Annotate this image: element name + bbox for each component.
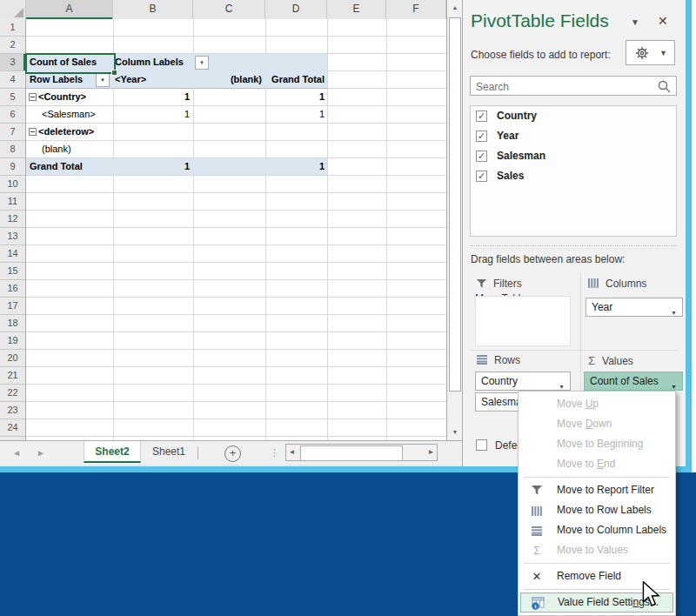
column-header-D[interactable]: D bbox=[265, 0, 327, 19]
column-header-F[interactable]: F bbox=[386, 0, 446, 19]
tab-sheet1[interactable]: Sheet1 bbox=[142, 441, 196, 463]
row-header-4[interactable]: 4 bbox=[0, 71, 25, 89]
cell-A7[interactable]: <deleterow> bbox=[38, 124, 94, 140]
row-header-1[interactable]: 1 bbox=[0, 19, 25, 37]
cell-B9[interactable]: 1 bbox=[113, 158, 190, 175]
row-header-3[interactable]: 3 bbox=[0, 54, 25, 71]
cell-D6[interactable]: 1 bbox=[265, 106, 325, 123]
cell-B3[interactable]: Column Labels bbox=[115, 54, 184, 70]
columns-field-year[interactable]: Year ▼ bbox=[586, 298, 683, 317]
vbars-icon bbox=[528, 500, 545, 520]
row-header-9[interactable]: 9 bbox=[0, 158, 25, 176]
pane-close-icon[interactable]: ✕ bbox=[658, 14, 668, 28]
field-item-label: Salesman bbox=[497, 150, 545, 162]
defer-checkbox[interactable] bbox=[476, 439, 487, 451]
columns-icon bbox=[588, 278, 599, 288]
filters-drop-zone[interactable] bbox=[475, 296, 571, 346]
row-header-17[interactable]: 17 bbox=[0, 298, 25, 315]
scroll-left-icon[interactable]: ◄ bbox=[286, 445, 298, 460]
rows-field-country[interactable]: Country ▼ bbox=[475, 372, 571, 391]
cell-A8[interactable]: (blank) bbox=[42, 141, 71, 157]
field-item-country[interactable]: ✓Country bbox=[476, 109, 676, 126]
tab-divider bbox=[197, 446, 198, 459]
scroll-down-icon[interactable]: ▼ bbox=[448, 425, 462, 440]
field-item-salesman[interactable]: ✓Salesman bbox=[476, 149, 676, 166]
column-header-A[interactable]: A bbox=[26, 0, 113, 19]
cell-A9[interactable]: Grand Total bbox=[30, 158, 83, 175]
cell-A5[interactable]: <Country> bbox=[38, 89, 86, 105]
row-header-24[interactable]: 24 bbox=[0, 419, 25, 437]
row-header-5[interactable]: 5 bbox=[0, 89, 25, 106]
column-header-E[interactable]: E bbox=[327, 0, 386, 19]
menu-item-label: Move to Beginning bbox=[557, 434, 643, 454]
column-labels-filter-button[interactable]: ▼ bbox=[195, 56, 209, 70]
field-item-year[interactable]: ✓Year bbox=[476, 129, 676, 146]
cell-A6[interactable]: <Salesman> bbox=[42, 106, 96, 123]
search-box[interactable] bbox=[470, 76, 677, 96]
row-header-14[interactable]: 14 bbox=[0, 245, 25, 263]
tab-scroll-left-icon[interactable]: ◄ bbox=[12, 441, 21, 465]
rows-icon bbox=[477, 355, 487, 365]
row-header-2[interactable]: 2 bbox=[0, 37, 25, 54]
pivot-row-8: (blank) bbox=[26, 141, 327, 158]
checkbox-checked-icon[interactable]: ✓ bbox=[476, 151, 487, 162]
spreadsheet: ABCDEF 123456789101112131415161718192021… bbox=[0, 0, 462, 466]
vertical-scrollbar[interactable]: ▲ ▼ bbox=[446, 0, 462, 440]
cell-D9[interactable]: 1 bbox=[265, 158, 325, 175]
tab-sheet2[interactable]: Sheet2 bbox=[84, 441, 141, 463]
row-header-18[interactable]: 18 bbox=[0, 315, 25, 332]
window-border-right bbox=[686, 0, 692, 472]
horizontal-scrollbar[interactable]: ◄ ► bbox=[285, 444, 438, 461]
new-sheet-button[interactable]: + bbox=[224, 445, 241, 462]
column-header-C[interactable]: C bbox=[193, 0, 265, 19]
row-header-7[interactable]: 7 bbox=[0, 124, 25, 141]
collapse-icon[interactable] bbox=[29, 93, 37, 101]
row-header-11[interactable]: 11 bbox=[0, 193, 25, 211]
menu-item-move-to-row-labels[interactable]: Move to Row Labels bbox=[520, 500, 673, 520]
field-item-sales[interactable]: ✓Sales bbox=[476, 169, 676, 186]
tools-button[interactable]: ▼ bbox=[626, 40, 675, 65]
row-header-13[interactable]: 13 bbox=[0, 228, 25, 245]
search-input[interactable] bbox=[474, 77, 652, 96]
tab-resize-handle[interactable]: ⋮ bbox=[270, 441, 279, 465]
gridline bbox=[327, 19, 328, 440]
checkbox-checked-icon[interactable]: ✓ bbox=[476, 171, 487, 182]
menu-item-move-to-column-labels[interactable]: Move to Column Labels bbox=[520, 520, 673, 540]
row-header-23[interactable]: 23 bbox=[0, 402, 25, 419]
row-header-16[interactable]: 16 bbox=[0, 280, 25, 298]
row-header-15[interactable]: 15 bbox=[0, 263, 25, 280]
vertical-scrollbar-thumb[interactable] bbox=[449, 17, 461, 392]
tab-scroll-right-icon[interactable]: ► bbox=[37, 441, 45, 465]
row-header-22[interactable]: 22 bbox=[0, 385, 25, 402]
select-all-corner[interactable] bbox=[0, 0, 26, 19]
cell-D4[interactable]: Grand Total bbox=[265, 71, 325, 88]
row-header-19[interactable]: 19 bbox=[0, 332, 25, 350]
scroll-up-icon[interactable]: ▲ bbox=[448, 0, 462, 16]
row-header-12[interactable]: 12 bbox=[0, 211, 25, 228]
row-header-8[interactable]: 8 bbox=[0, 141, 25, 158]
menu-item-label: Move Down bbox=[557, 414, 612, 434]
cell-B6[interactable]: 1 bbox=[113, 106, 190, 123]
checkbox-checked-icon[interactable]: ✓ bbox=[476, 131, 487, 142]
row-labels-filter-button[interactable]: ▼ bbox=[96, 73, 110, 87]
field-item-label: Sales bbox=[497, 170, 524, 182]
scroll-right-icon[interactable]: ► bbox=[425, 445, 437, 460]
cell-C4[interactable]: (blank) bbox=[193, 71, 262, 88]
cell-B4[interactable]: <Year> bbox=[115, 71, 146, 88]
cell-B5[interactable]: 1 bbox=[113, 89, 190, 105]
row-header-6[interactable]: 6 bbox=[0, 106, 25, 124]
column-header-B[interactable]: B bbox=[113, 0, 193, 19]
values-field-count-of-sales[interactable]: Count of Sales ▼ bbox=[584, 372, 683, 391]
row-header-10[interactable]: 10 bbox=[0, 176, 25, 193]
collapse-icon[interactable] bbox=[29, 128, 37, 136]
chevron-down-icon[interactable]: ▼ bbox=[671, 305, 677, 322]
pane-options-chevron-icon[interactable]: ▼ bbox=[631, 17, 639, 27]
fill-handle[interactable] bbox=[111, 70, 117, 76]
horizontal-scrollbar-thumb[interactable] bbox=[300, 445, 403, 461]
cell-D5[interactable]: 1 bbox=[265, 89, 325, 105]
search-icon bbox=[657, 79, 672, 94]
checkbox-checked-icon[interactable]: ✓ bbox=[476, 110, 487, 122]
row-header-21[interactable]: 21 bbox=[0, 367, 25, 385]
menu-item-move-to-report-filter[interactable]: Move to Report Filter bbox=[520, 480, 673, 500]
row-header-20[interactable]: 20 bbox=[0, 350, 25, 367]
